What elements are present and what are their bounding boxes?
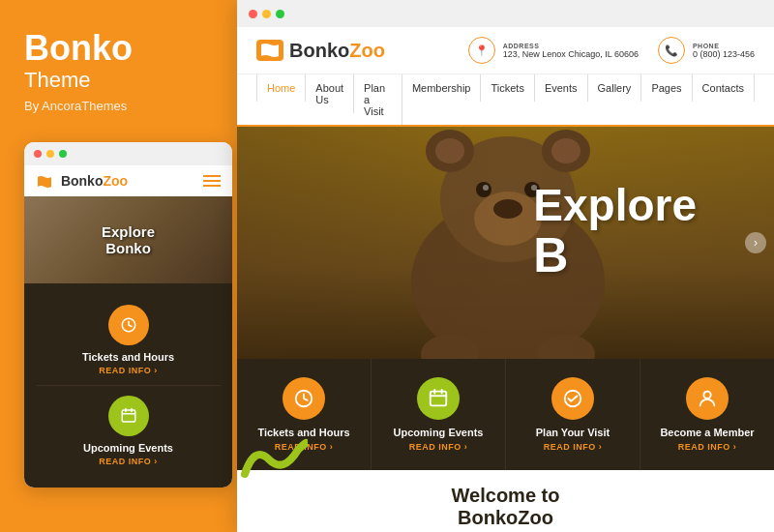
strip-member-label: Become a Member	[660, 427, 754, 438]
strip-become-member[interactable]: Become a Member READ INFO	[640, 359, 774, 470]
nav-item-about[interactable]: About Us	[306, 74, 354, 125]
strip-events-label: Upcoming Events	[394, 427, 484, 438]
strip-plan-icon	[551, 377, 594, 420]
strip-plan-read-info[interactable]: READ INFO	[544, 442, 603, 452]
nav-item-home[interactable]: Home	[256, 74, 306, 125]
svg-rect-21	[431, 392, 447, 406]
left-panel: Bonko Theme By AncoraThemes BonkoZoo	[0, 0, 240, 532]
mobile-feature-events[interactable]: Upcoming Events READ INFO	[36, 386, 221, 476]
hero-next-arrow[interactable]: ›	[745, 232, 766, 253]
mobile-dot-red	[34, 150, 42, 158]
mobile-dot-green	[59, 150, 67, 158]
site-logo-icon	[256, 40, 283, 61]
welcome-section: Welcome to BonkoZoo	[237, 470, 774, 532]
welcome-title: Welcome to BonkoZoo	[256, 485, 755, 529]
browser-dot-red	[249, 10, 257, 18]
upcoming-events-icon	[108, 396, 149, 436]
site-contact-info: 📍 ADDRESS 123, New Lenox Chicago, IL 606…	[468, 37, 755, 64]
nav-item-pages[interactable]: Pages	[641, 74, 692, 125]
contact-address: 📍 ADDRESS 123, New Lenox Chicago, IL 606…	[468, 37, 639, 64]
nav-item-tickets[interactable]: Tickets	[481, 74, 534, 125]
green-wave-decoration	[240, 435, 308, 484]
strip-events-read-info[interactable]: READ INFO	[409, 442, 468, 452]
feature-strip: Tickets and Hours READ INFO Upcoming Eve…	[237, 359, 774, 470]
strip-member-icon	[686, 377, 729, 420]
mobile-mockup: BonkoZoo Explore Bonko Tickets and Hours…	[24, 142, 232, 488]
nav-item-membership[interactable]: Membership	[402, 74, 482, 125]
mobile-hero: Explore Bonko	[24, 196, 232, 283]
site-nav: Home About Us Plan a Visit Membership Ti…	[237, 74, 774, 127]
mobile-logo-bonko: Bonko	[61, 173, 104, 189]
svg-point-26	[703, 392, 710, 399]
nav-list: Home About Us Plan a Visit Membership Ti…	[256, 74, 755, 125]
browser-titlebar	[237, 0, 774, 27]
nav-item-events[interactable]: Events	[535, 74, 588, 125]
location-icon: 📍	[468, 37, 495, 64]
browser-dot-yellow	[262, 10, 271, 18]
hero-text: Explore B	[533, 183, 697, 283]
strip-tickets-icon	[283, 377, 325, 420]
site-hero: Explore B ›	[237, 127, 774, 359]
strip-events-icon	[417, 377, 460, 420]
hamburger-menu[interactable]	[203, 175, 221, 187]
theme-title: Bonko Theme By AncoraThemes	[24, 29, 216, 113]
browser-dot-green	[276, 10, 284, 18]
mobile-features: Tickets and Hours READ INFO Upcoming Eve…	[24, 283, 232, 488]
mobile-logo-zoo: Zoo	[103, 173, 128, 189]
nav-item-gallery[interactable]: Gallery	[588, 74, 642, 125]
browser-mockup: BonkoZoo 📍 ADDRESS 123, New Lenox Chicag…	[237, 0, 774, 532]
svg-rect-1	[122, 410, 135, 422]
mobile-logo: BonkoZoo	[36, 173, 128, 189]
mobile-hero-text: Explore Bonko	[102, 223, 155, 256]
phone-icon: 📞	[658, 37, 685, 64]
contact-phone: 📞 PHONE 0 (800) 123-456	[658, 37, 755, 64]
mobile-logo-icon	[36, 175, 53, 189]
tickets-hours-icon	[108, 305, 149, 345]
strip-plan-label: Plan Your Visit	[536, 427, 610, 438]
nav-item-contacts[interactable]: Contacts	[693, 74, 755, 125]
site-logo-bonko: Bonko	[289, 40, 349, 62]
site-header: BonkoZoo 📍 ADDRESS 123, New Lenox Chicag…	[237, 27, 774, 74]
strip-plan-visit[interactable]: Plan Your Visit READ INFO	[506, 359, 640, 470]
mobile-feature-tickets[interactable]: Tickets and Hours READ INFO	[36, 295, 221, 386]
site-logo-zoo: Zoo	[349, 40, 385, 62]
mobile-dot-yellow	[46, 150, 54, 158]
mobile-header: BonkoZoo	[24, 165, 232, 196]
nav-item-plan[interactable]: Plan a Visit	[354, 74, 402, 125]
strip-member-read-info[interactable]: READ INFO	[678, 442, 737, 452]
strip-upcoming-events[interactable]: Upcoming Events READ INFO	[372, 359, 506, 470]
site-logo: BonkoZoo	[256, 40, 385, 62]
mobile-titlebar	[24, 142, 232, 165]
